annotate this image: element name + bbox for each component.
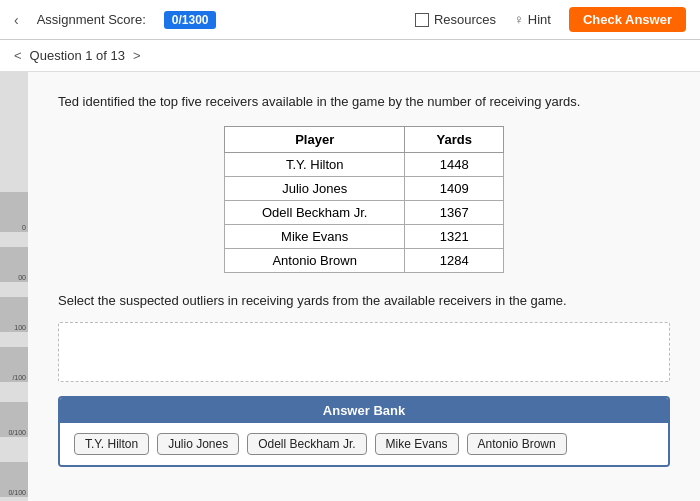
resources-button[interactable]: Resources [415,12,496,27]
table-row: Mike Evans1321 [225,224,504,248]
question-text: Ted identified the top five receivers av… [58,92,670,112]
table-cell: 1367 [405,200,504,224]
answer-bank-header: Answer Bank [60,398,668,423]
answer-chip[interactable]: Mike Evans [375,433,459,455]
question-label: Question 1 of 13 [30,48,125,63]
top-header: ‹ Assignment Score: 0/1300 Resources ♀ H… [0,0,700,40]
table-cell: Antonio Brown [225,248,405,272]
resources-label: Resources [434,12,496,27]
table-cell: Odell Beckham Jr. [225,200,405,224]
table-cell: T.Y. Hilton [225,152,405,176]
sidebar-block-label: 0/100 [8,489,26,496]
sidebar-block: 0/100 [0,402,28,437]
answer-chip[interactable]: Antonio Brown [467,433,567,455]
sidebar-block: 100 [0,297,28,332]
sidebar-block-label: 0 [22,224,26,231]
resources-icon [415,13,429,27]
table-row: T.Y. Hilton1448 [225,152,504,176]
answer-chip[interactable]: Julio Jones [157,433,239,455]
answer-bank-body: T.Y. HiltonJulio JonesOdell Beckham Jr.M… [60,423,668,465]
hint-button[interactable]: ♀ Hint [514,12,551,27]
table-row: Antonio Brown1284 [225,248,504,272]
sidebar-block: 0/100 [0,462,28,497]
hint-icon: ♀ [514,12,524,27]
check-answer-button[interactable]: Check Answer [569,7,686,32]
table-cell: Mike Evans [225,224,405,248]
instruction-text: Select the suspected outliers in receivi… [58,291,670,311]
col-header-player: Player [225,126,405,152]
sidebar-block-label: 0/100 [8,429,26,436]
next-arrow[interactable]: > [133,48,141,63]
table-cell: 1448 [405,152,504,176]
table-cell: 1284 [405,248,504,272]
sub-header: < Question 1 of 13 > [0,40,700,72]
back-icon[interactable]: ‹ [14,12,19,28]
sidebar-block-label: 100 [14,324,26,331]
answer-chip[interactable]: T.Y. Hilton [74,433,149,455]
answer-chip[interactable]: Odell Beckham Jr. [247,433,366,455]
assignment-score-label: Assignment Score: [37,12,146,27]
score-badge: 0/1300 [164,11,217,29]
table-cell: 1409 [405,176,504,200]
drop-area[interactable] [58,322,670,382]
table-cell: Julio Jones [225,176,405,200]
hint-label: Hint [528,12,551,27]
sidebar-block: 00 [0,247,28,282]
sidebar-block-label: /100 [12,374,26,381]
left-sidebar: 000100/1000/1000/100 [0,72,28,501]
sidebar-block-label: 00 [18,274,26,281]
table-row: Odell Beckham Jr.1367 [225,200,504,224]
prev-arrow[interactable]: < [14,48,22,63]
check-answer-label: Check Answer [583,12,672,27]
data-table: Player Yards T.Y. Hilton1448Julio Jones1… [224,126,504,273]
main-content: Ted identified the top five receivers av… [28,72,700,501]
answer-bank: Answer Bank T.Y. HiltonJulio JonesOdell … [58,396,670,467]
col-header-yards: Yards [405,126,504,152]
table-cell: 1321 [405,224,504,248]
sidebar-block: 0 [0,192,28,232]
sidebar-block: /100 [0,347,28,382]
table-row: Julio Jones1409 [225,176,504,200]
